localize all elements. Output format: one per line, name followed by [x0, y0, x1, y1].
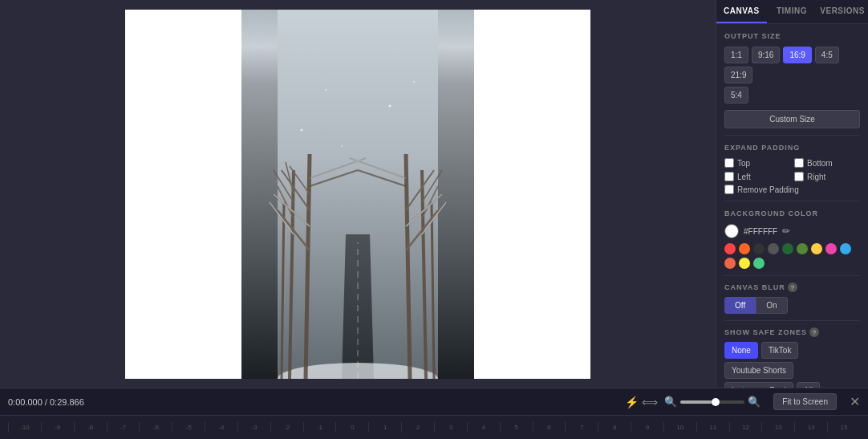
zoom-slider-thumb [712, 398, 720, 406]
zoom-slider-area: 🔍 🔍 [664, 396, 761, 408]
timeline-mark: 9 [631, 422, 663, 433]
padding-top-checkbox[interactable]: Top [724, 158, 790, 168]
padding-bottom-checkbox[interactable]: Bottom [794, 158, 860, 168]
timeline-mark: 14 [794, 422, 827, 433]
safe-zones-row2: Instagram Reel All [724, 382, 860, 388]
ratio-btn-5-4[interactable]: 5:4 [724, 87, 748, 104]
timeline-mark: -9 [41, 422, 74, 433]
safe-zone-youtube-shorts-button[interactable]: Youtube Shorts [724, 362, 793, 379]
playhead-controls: ⚡ ⟺ [625, 396, 658, 409]
swatch-bright-yellow[interactable] [739, 258, 750, 269]
ratio-btn-9-16[interactable]: 9:16 [752, 47, 780, 63]
timeline-mark: 6 [533, 422, 566, 433]
swatch-blue[interactable] [840, 243, 851, 254]
swatch-teal[interactable] [753, 258, 765, 269]
canvas-left-padding [125, 10, 241, 379]
zoom-slider[interactable] [680, 400, 744, 404]
remove-padding-label: Remove Padding [737, 185, 799, 194]
swatch-coral[interactable] [724, 258, 736, 269]
safe-zones-info-icon[interactable]: ? [809, 327, 819, 337]
svg-point-36 [389, 104, 391, 107]
timeline-mark: 1 [368, 422, 401, 433]
swatch-dark2[interactable] [768, 243, 779, 254]
timeline-mark: 3 [434, 422, 467, 433]
remove-padding-input[interactable] [724, 185, 734, 194]
swatch-pink[interactable] [825, 243, 837, 254]
canvas-blur-toggle-area: Off On [724, 297, 860, 314]
color-row: #FFFFFF ✏ [724, 224, 860, 238]
safe-zones-label: SHOW SAFE ZONES [724, 328, 807, 336]
zoom-in-icon[interactable]: 🔍 [748, 396, 761, 408]
pencil-icon[interactable]: ✏ [782, 226, 790, 237]
expand-padding-label: EXPAND PADDING [724, 144, 860, 152]
safe-zones-row1: None TikTok Youtube Shorts [724, 342, 860, 379]
swatch-orange[interactable] [739, 243, 750, 254]
tab-canvas[interactable]: CANVAS [716, 0, 767, 23]
swatch-dark1[interactable] [753, 243, 765, 254]
canvas-blur-label: CANVAS BLUR [724, 283, 785, 291]
timeline-mark: -10 [8, 422, 41, 433]
padding-bottom-input[interactable] [794, 158, 804, 168]
output-size-label: OUTPUT SIZE [724, 32, 860, 40]
canvas-blur-toggle-group: Off On [724, 297, 860, 314]
canvas-content [125, 10, 590, 379]
timeline-mark: -1 [303, 422, 336, 433]
swatch-lightgreen[interactable] [797, 243, 808, 254]
ratio-btn-21-9[interactable]: 21:9 [724, 67, 752, 83]
ratio-btn-16-9[interactable]: 16:9 [783, 47, 811, 63]
timeline-marks: -10-9-8-7-6-5-4-3-2-10123456789101112131… [8, 422, 860, 433]
canvas-right-padding [474, 10, 590, 379]
ratio-buttons-row2: 5:4 [724, 87, 860, 104]
color-circle-white[interactable] [724, 224, 739, 238]
canvas-area [0, 0, 716, 388]
safe-zone-all-button[interactable]: All [797, 382, 820, 388]
canvas-blur-header: CANVAS BLUR ? [724, 283, 860, 292]
timeline-mark: 5 [500, 422, 533, 433]
timeline-mark: 8 [598, 422, 631, 433]
swatch-green[interactable] [782, 243, 793, 254]
close-button[interactable]: ✕ [850, 394, 860, 409]
tab-timing[interactable]: TIMING [767, 0, 817, 23]
ratio-btn-1-1[interactable]: 1:1 [724, 47, 748, 63]
timeline-mark: 10 [663, 422, 696, 433]
canvas-blur-on-button[interactable]: On [756, 297, 787, 314]
svg-point-34 [301, 128, 303, 131]
svg-point-38 [341, 145, 343, 147]
ratio-btn-4-5[interactable]: 4:5 [815, 47, 839, 63]
snow-scene-svg [241, 10, 474, 379]
tab-versions[interactable]: VERSIONS [817, 0, 868, 23]
timeline-mark: -5 [172, 422, 205, 433]
svg-point-35 [325, 89, 327, 91]
safe-zone-instagram-reel-button[interactable]: Instagram Reel [724, 382, 793, 388]
tab-bar: CANVAS TIMING VERSIONS [716, 0, 868, 24]
timeline-mark: -3 [237, 422, 270, 433]
custom-size-button[interactable]: Custom Size [724, 110, 860, 128]
zoom-out-icon[interactable]: 🔍 [664, 396, 677, 408]
padding-right-input[interactable] [794, 172, 804, 181]
svg-point-37 [413, 81, 415, 83]
timeline-mark: -2 [270, 422, 303, 433]
timeline-mark: 13 [761, 422, 794, 433]
padding-left-input[interactable] [724, 172, 734, 181]
timeline-mark: -8 [74, 422, 107, 433]
padding-top-input[interactable] [724, 158, 734, 168]
color-swatches [724, 243, 860, 269]
time-display: 0:00.000 / 0:29.866 [8, 397, 84, 407]
padding-top-label: Top [737, 159, 750, 168]
swatch-yellow[interactable] [811, 243, 822, 254]
canvas-blur-info-icon[interactable]: ? [788, 283, 797, 292]
timeline-mark: 12 [729, 422, 762, 433]
safe-zone-tiktok-button[interactable]: TikTok [761, 342, 799, 359]
timeline-mark: -6 [139, 422, 172, 433]
bottom-bar: 0:00.000 / 0:29.866 ⚡ ⟺ 🔍 🔍 Fit to Scree… [0, 388, 868, 415]
safe-zone-none-button[interactable]: None [724, 342, 758, 359]
playhead-drag-icon[interactable]: ⟺ [642, 396, 658, 409]
remove-padding-checkbox[interactable]: Remove Padding [724, 185, 860, 194]
swatch-red[interactable] [724, 243, 736, 254]
padding-left-checkbox[interactable]: Left [724, 172, 790, 181]
padding-right-checkbox[interactable]: Right [794, 172, 860, 181]
fit-screen-button[interactable]: Fit to Screen [773, 393, 837, 410]
canvas-blur-off-button[interactable]: Off [724, 297, 756, 314]
split-icon[interactable]: ⚡ [625, 396, 639, 409]
timeline-mark: -7 [107, 422, 140, 433]
